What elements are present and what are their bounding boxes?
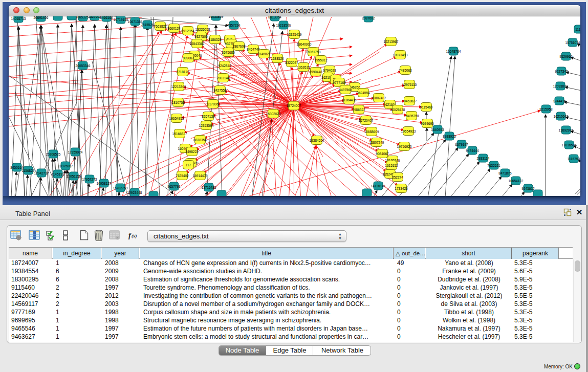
svg-text:19166827: 19166827 bbox=[172, 132, 187, 136]
svg-text:8322037: 8322037 bbox=[285, 61, 298, 64]
svg-text:12093872: 12093872 bbox=[553, 84, 568, 88]
svg-text:10958127: 10958127 bbox=[97, 182, 112, 185]
svg-text:7485063: 7485063 bbox=[399, 69, 412, 72]
svg-text:17016504: 17016504 bbox=[562, 143, 577, 147]
svg-text:9084067: 9084067 bbox=[376, 152, 389, 156]
svg-text:9227342: 9227342 bbox=[555, 70, 568, 73]
svg-text:1388520: 1388520 bbox=[271, 57, 284, 60]
svg-text:15495758: 15495758 bbox=[404, 114, 419, 118]
svg-text:7986322: 7986322 bbox=[352, 108, 365, 112]
svg-text:15302023: 15302023 bbox=[266, 112, 281, 116]
svg-text:8186328: 8186328 bbox=[208, 38, 222, 41]
svg-text:21364436: 21364436 bbox=[342, 98, 357, 102]
svg-text:15807249: 15807249 bbox=[369, 141, 384, 144]
svg-text:9115460: 9115460 bbox=[420, 105, 433, 109]
svg-text:16648784: 16648784 bbox=[446, 50, 461, 53]
svg-text:8267130: 8267130 bbox=[202, 115, 215, 118]
svg-text:1156829: 1156829 bbox=[22, 169, 35, 172]
svg-text:2718176: 2718176 bbox=[176, 70, 189, 74]
svg-text:13226058: 13226058 bbox=[195, 28, 210, 31]
svg-text:18640910: 18640910 bbox=[297, 42, 312, 46]
svg-text:1810755: 1810755 bbox=[171, 101, 185, 104]
svg-text:8990448: 8990448 bbox=[309, 70, 322, 74]
svg-text:8660124: 8660124 bbox=[167, 27, 181, 30]
svg-text:7515526: 7515526 bbox=[141, 23, 154, 27]
svg-text:16961758: 16961758 bbox=[306, 50, 321, 54]
svg-text:19384554: 19384554 bbox=[310, 139, 324, 142]
svg-text:6466160: 6466160 bbox=[100, 16, 113, 19]
svg-text:7632621: 7632621 bbox=[487, 164, 500, 167]
svg-text:12923448: 12923448 bbox=[127, 191, 142, 194]
svg-text:252274: 252274 bbox=[392, 176, 403, 179]
svg-text:1362615: 1362615 bbox=[297, 65, 310, 69]
svg-text:10973493: 10973493 bbox=[393, 53, 408, 57]
svg-text:2087682: 2087682 bbox=[362, 16, 375, 20]
svg-text:1244415: 1244415 bbox=[553, 99, 566, 103]
svg-text:(x): (x) bbox=[132, 233, 137, 238]
svg-text:1145191: 1145191 bbox=[52, 172, 64, 176]
svg-text:1615152: 1615152 bbox=[385, 164, 398, 167]
svg-text:12213369: 12213369 bbox=[171, 85, 186, 89]
svg-text:19218506: 19218506 bbox=[276, 24, 291, 27]
svg-text:20053346: 20053346 bbox=[76, 64, 91, 68]
svg-text:15751074: 15751074 bbox=[565, 41, 580, 45]
svg-text:1116753: 1116753 bbox=[568, 157, 580, 161]
svg-text:12975115: 12975115 bbox=[402, 83, 417, 86]
svg-text:3498222: 3498222 bbox=[185, 150, 199, 154]
svg-text:2933114: 2933114 bbox=[477, 157, 490, 160]
svg-text:7625402: 7625402 bbox=[176, 174, 189, 178]
svg-text:10025438: 10025438 bbox=[390, 108, 405, 112]
svg-text:8427552: 8427552 bbox=[213, 89, 227, 92]
svg-text:6679197: 6679197 bbox=[455, 143, 468, 146]
svg-text:6497568: 6497568 bbox=[339, 88, 352, 92]
svg-text:10807487: 10807487 bbox=[372, 96, 386, 100]
svg-text:16914479: 16914479 bbox=[193, 174, 208, 178]
svg-text:17957273: 17957273 bbox=[82, 178, 97, 181]
svg-text:9657791: 9657791 bbox=[167, 185, 181, 188]
svg-text:8471876: 8471876 bbox=[498, 171, 512, 175]
svg-text:9529966: 9529966 bbox=[559, 55, 573, 58]
svg-text:14136141: 14136141 bbox=[371, 184, 386, 188]
svg-text:15720407: 15720407 bbox=[359, 119, 374, 122]
svg-text:10688609: 10688609 bbox=[364, 130, 379, 134]
svg-text:3675685: 3675685 bbox=[222, 51, 235, 54]
svg-text:16543362: 16543362 bbox=[190, 42, 205, 46]
svg-text:18724007: 18724007 bbox=[287, 104, 301, 107]
svg-text:1640953: 1640953 bbox=[431, 128, 444, 132]
svg-text:12213967: 12213967 bbox=[384, 40, 399, 43]
svg-text:9327505: 9327505 bbox=[194, 35, 208, 38]
svg-text:10975867: 10975867 bbox=[58, 164, 73, 168]
svg-text:9474444: 9474444 bbox=[466, 149, 479, 152]
svg-text:7955812: 7955812 bbox=[314, 58, 328, 62]
svg-text:6794028: 6794028 bbox=[323, 69, 336, 72]
svg-text:989067: 989067 bbox=[183, 56, 194, 60]
svg-text:19756923: 19756923 bbox=[397, 145, 412, 148]
svg-text:13692971: 13692971 bbox=[559, 128, 574, 132]
svg-text:7663822: 7663822 bbox=[154, 25, 167, 28]
svg-text:13325419: 13325419 bbox=[287, 33, 302, 36]
svg-text:19654955: 19654955 bbox=[169, 117, 184, 120]
svg-text:13716485: 13716485 bbox=[202, 186, 216, 189]
svg-text:8912954: 8912954 bbox=[181, 29, 194, 33]
svg-text:16782759: 16782759 bbox=[113, 186, 128, 190]
svg-text:3624554: 3624554 bbox=[357, 91, 370, 95]
svg-text:1733426: 1733426 bbox=[395, 187, 408, 190]
svg-text:8454749: 8454749 bbox=[247, 48, 260, 51]
svg-text:16033809: 16033809 bbox=[209, 16, 224, 18]
svg-text:17359924: 17359924 bbox=[68, 150, 83, 154]
svg-text:1112: 1112 bbox=[575, 28, 580, 31]
svg-text:12353594: 12353594 bbox=[199, 124, 214, 127]
svg-text:16210643: 16210643 bbox=[554, 115, 569, 118]
svg-text:8878354: 8878354 bbox=[193, 138, 207, 142]
svg-text:9699695: 9699695 bbox=[421, 122, 434, 125]
svg-text:9777169: 9777169 bbox=[333, 81, 346, 84]
svg-text:10719155: 10719155 bbox=[114, 18, 128, 21]
svg-text:14055713: 14055713 bbox=[11, 17, 26, 20]
svg-text:20206526: 20206526 bbox=[46, 152, 61, 156]
svg-text:12051155: 12051155 bbox=[67, 174, 81, 178]
svg-text:9146821: 9146821 bbox=[257, 52, 271, 56]
svg-text:7357224: 7357224 bbox=[227, 24, 241, 27]
svg-text:117: 117 bbox=[186, 163, 191, 167]
svg-text:917006: 917006 bbox=[207, 102, 219, 106]
svg-text:8938923: 8938923 bbox=[443, 135, 456, 138]
